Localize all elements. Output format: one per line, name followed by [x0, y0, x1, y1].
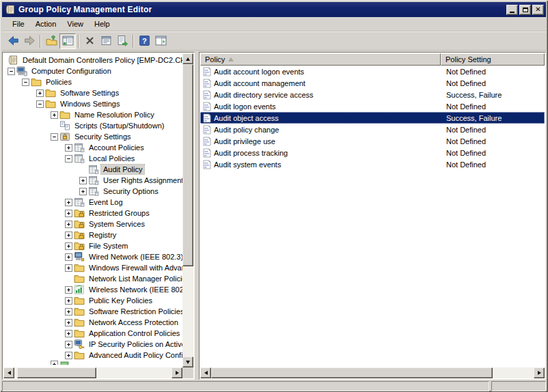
tree-item[interactable]: Software Restriction Policies	[3, 306, 182, 317]
collapse-icon[interactable]	[65, 155, 72, 163]
tree-item[interactable]: Security Options	[3, 186, 182, 197]
scroll-down-button[interactable]	[182, 356, 193, 367]
expand-icon[interactable]	[65, 253, 72, 261]
show-action-pane-icon	[155, 35, 167, 48]
tree-item[interactable]: System Services	[3, 219, 182, 229]
vertical-scroll-thumb[interactable]	[182, 64, 193, 266]
show-action-pane-button[interactable]	[152, 33, 169, 49]
scroll-right-button[interactable]	[534, 367, 545, 378]
tree-item[interactable]: IP Security Policies on Active D	[3, 339, 182, 350]
expand-icon[interactable]	[65, 308, 72, 316]
expand-icon[interactable]	[65, 352, 72, 359]
menu-help[interactable]: Help	[89, 18, 115, 29]
expand-icon[interactable]	[65, 341, 72, 348]
expand-icon[interactable]	[65, 319, 72, 326]
expand-icon[interactable]	[79, 177, 87, 184]
scroll-left-button[interactable]	[3, 367, 14, 378]
tree-item[interactable]: Windows Firewall with Advanc	[3, 262, 182, 273]
expand-icon[interactable]	[65, 232, 72, 239]
policy-row[interactable]: Audit process trackingNot Defined	[200, 147, 545, 158]
tree-item[interactable]: Windows Settings	[3, 98, 182, 109]
tree-item-label: User Rights Assignment	[101, 176, 182, 185]
expand-icon[interactable]	[65, 199, 72, 206]
back-button[interactable]	[5, 33, 21, 49]
tree-item[interactable]: Network Access Protection	[3, 317, 182, 328]
tree-item-label: Windows Firewall with Advanc	[87, 263, 182, 272]
policy-setting: Not Defined	[441, 137, 545, 145]
window-title: Group Policy Management Editor	[18, 5, 505, 14]
tree-item[interactable]: Restricted Groups	[3, 208, 182, 219]
scroll-up-button[interactable]	[182, 53, 193, 64]
up-one-level-button[interactable]	[43, 33, 59, 49]
tree-item[interactable]: Event Log	[3, 197, 182, 208]
tree-item[interactable]: Local Policies	[3, 153, 182, 164]
tree-item-label: IP Security Policies on Active D	[87, 339, 182, 349]
policy-row[interactable]: Audit privilege useNot Defined	[200, 135, 545, 147]
menu-action[interactable]: Action	[30, 18, 62, 29]
expand-icon[interactable]	[51, 111, 58, 119]
column-header-policy[interactable]: Policy	[200, 53, 441, 66]
expand-icon[interactable]	[65, 297, 72, 305]
tree-item[interactable]: Software Settings	[3, 87, 182, 98]
tree-item[interactable]: Account Policies	[3, 142, 182, 153]
export-list-button[interactable]	[114, 33, 131, 49]
tree-item[interactable]: Name Resolution Policy	[3, 109, 182, 120]
tree-item[interactable]: File System	[3, 240, 182, 251]
properties-button[interactable]	[98, 33, 114, 49]
collapse-icon[interactable]	[8, 68, 15, 75]
tree-item[interactable]: Wired Network (IEEE 802.3) P	[3, 251, 182, 262]
column-header-policy-setting[interactable]: Policy Setting	[441, 53, 545, 66]
tree-item-label: Audit Policy	[101, 165, 144, 174]
tree-item[interactable]	[3, 361, 182, 365]
list-horizontal-scrollbar[interactable]	[200, 367, 545, 378]
horizontal-scroll-thumb[interactable]	[211, 367, 493, 378]
policy-row[interactable]: Audit directory service accessSuccess, F…	[200, 89, 545, 100]
tree-item[interactable]: Application Control Policies	[3, 328, 182, 339]
expand-icon[interactable]	[65, 210, 72, 217]
tree-item[interactable]: Security Settings	[3, 131, 182, 142]
expand-icon[interactable]	[36, 89, 44, 97]
tree-item[interactable]: User Rights Assignment	[3, 175, 182, 186]
expand-icon[interactable]	[65, 264, 72, 272]
tree-item[interactable]: Policies	[3, 76, 182, 87]
delete-button[interactable]	[81, 33, 98, 49]
maximize-button[interactable]	[519, 5, 531, 15]
expand-icon[interactable]	[65, 286, 72, 294]
tree-horizontal-scrollbar[interactable]	[3, 367, 182, 378]
policy-row[interactable]: Audit account managementNot Defined	[200, 77, 545, 89]
show-console-tree-button[interactable]	[59, 33, 76, 49]
tree-item[interactable]: Scripts (Startup/Shutdown)	[3, 120, 182, 131]
tree-item[interactable]: Computer Configuration	[3, 66, 182, 76]
expand-icon[interactable]	[65, 242, 72, 250]
scroll-left-button[interactable]	[200, 367, 211, 378]
menu-view[interactable]: View	[61, 18, 89, 29]
collapse-icon[interactable]	[22, 79, 29, 86]
minimize-button[interactable]	[506, 5, 518, 15]
policy-row[interactable]: Audit policy changeNot Defined	[200, 124, 545, 135]
expand-icon[interactable]	[65, 221, 72, 228]
tree-item[interactable]: Network List Manager Policies	[3, 273, 182, 284]
scroll-right-button[interactable]	[172, 367, 182, 378]
expand-icon[interactable]	[79, 188, 87, 195]
collapse-icon[interactable]	[36, 100, 44, 108]
tree-item[interactable]: Public Key Policies	[3, 295, 182, 306]
forward-button[interactable]	[21, 33, 38, 49]
policy-row[interactable]: Audit system eventsNot Defined	[200, 158, 545, 170]
close-button[interactable]: ✕	[532, 5, 544, 15]
expand-icon[interactable]	[51, 361, 58, 365]
policy-row[interactable]: Audit object accessSuccess, Failure	[200, 112, 545, 124]
collapse-icon[interactable]	[51, 133, 58, 141]
menu-file[interactable]: File	[7, 18, 30, 29]
expand-icon[interactable]	[65, 144, 72, 152]
tree-item[interactable]: Registry	[3, 229, 182, 240]
tree-item[interactable]: Default Domain Controllers Policy [EMP-D…	[3, 55, 182, 66]
policy-row[interactable]: Audit logon eventsNot Defined	[200, 100, 545, 112]
expand-icon[interactable]	[65, 330, 72, 337]
tree-item[interactable]: Wireless Network (IEEE 802.1	[3, 284, 182, 295]
tree-vertical-scrollbar[interactable]	[182, 53, 193, 367]
horizontal-scroll-thumb[interactable]	[17, 367, 96, 378]
policy-row[interactable]: Audit account logon eventsNot Defined	[200, 66, 545, 77]
tree-item[interactable]: Audit Policy	[3, 164, 182, 175]
tree-item[interactable]: Advanced Audit Policy Configu	[3, 350, 182, 361]
help-button[interactable]: ?	[136, 33, 152, 49]
